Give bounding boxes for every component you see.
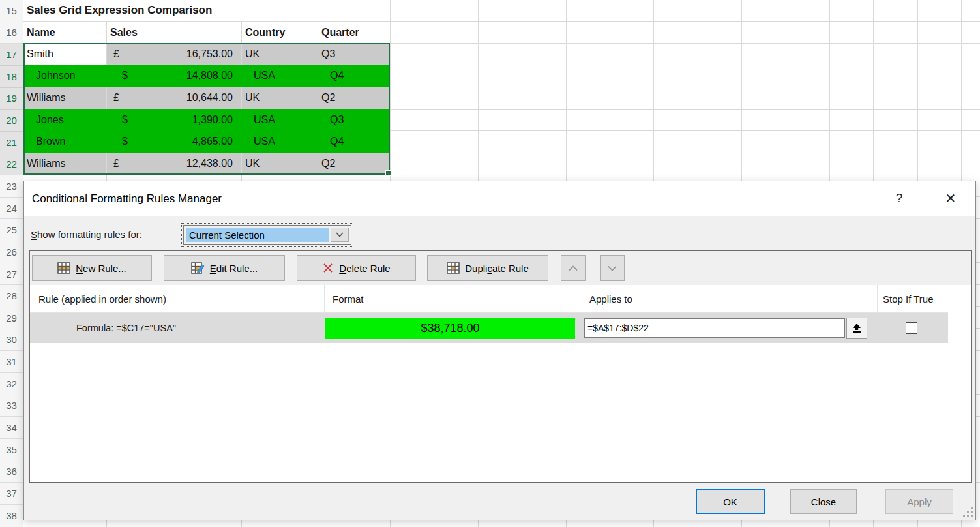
cell-name-19[interactable]: Williams — [23, 87, 106, 109]
cell-quarter-20[interactable]: Q3 — [318, 109, 390, 131]
currency-symbol: £ — [107, 92, 119, 104]
sales-amount: 16,753.00 — [186, 48, 233, 60]
collapse-dialog-range-picker-icon[interactable] — [846, 318, 867, 339]
cell-name-17[interactable]: Smith — [23, 43, 106, 65]
apply-button: Apply — [885, 489, 953, 514]
sales-amount: 10,644.00 — [186, 92, 233, 104]
row-header-22[interactable]: 22 — [0, 153, 23, 175]
cell-sales-22[interactable]: £12,438.00 — [106, 153, 241, 175]
empty-cell-d15[interactable] — [318, 0, 390, 21]
row-header-17[interactable]: 17 — [0, 44, 23, 66]
sheet-title-cell[interactable]: Sales Grid Expression Comparison — [23, 0, 318, 21]
row-header-31[interactable]: 31 — [0, 351, 23, 373]
sheet-row-18: Johnson$14,808.00USAQ4 — [23, 65, 390, 87]
cell-sales-17[interactable]: £16,753.00 — [106, 43, 241, 65]
cell-quarter-22[interactable]: Q2 — [318, 153, 390, 175]
cell-country-20[interactable]: USA — [241, 109, 318, 131]
show-rules-dropdown[interactable]: Current Selection — [183, 225, 351, 245]
cell-name-21[interactable]: Brown — [23, 131, 106, 153]
cell-sales-18[interactable]: $14,808.00 — [106, 65, 241, 87]
row-header-18[interactable]: 18 — [0, 66, 23, 88]
dialog-title: Conditional Formatting Rules Manager — [24, 192, 222, 205]
new-rule-label-rest: ew Rule... — [83, 263, 126, 274]
help-icon[interactable]: ? — [888, 188, 910, 209]
currency-symbol: $ — [106, 114, 128, 126]
cell-name-18[interactable]: Johnson — [23, 65, 106, 87]
cell-sales-19[interactable]: £10,644.00 — [106, 87, 241, 109]
edit-rule-label-key: E — [210, 263, 216, 274]
sales-amount: 1,390.00 — [192, 114, 233, 126]
move-rule-down-button — [600, 255, 625, 281]
cell-sales-20[interactable]: $1,390.00 — [106, 109, 241, 131]
row-header-21[interactable]: 21 — [0, 132, 23, 154]
row-header-35[interactable]: 35 — [0, 439, 23, 461]
row-header-33[interactable]: 33 — [0, 395, 23, 417]
chevron-up-icon — [569, 265, 578, 271]
cell-sales-21[interactable]: $4,865.00 — [106, 131, 241, 153]
rule-row[interactable]: Formula: =$C17="USA" $38,718.00 — [30, 313, 948, 343]
edit-rule-button[interactable]: Edit Rule... — [164, 255, 285, 281]
new-rule-button[interactable]: New Rule... — [32, 255, 152, 281]
close-button[interactable]: Close — [790, 489, 857, 514]
row-header-28[interactable]: 28 — [0, 285, 23, 307]
format-column-header: Format — [324, 285, 584, 312]
show-rules-dropdown-value[interactable]: Current Selection — [186, 228, 329, 242]
cell-name-20[interactable]: Jones — [23, 109, 106, 131]
duplicate-rule-button[interactable]: Duplicate Rule — [427, 255, 548, 281]
row-header-23[interactable]: 23 — [0, 175, 23, 198]
move-rule-up-button — [561, 255, 586, 281]
cell-country-18[interactable]: USA — [241, 65, 318, 87]
row-header-38[interactable]: 38 — [0, 505, 23, 527]
cell-name-22[interactable]: Williams — [23, 153, 106, 175]
show-rules-label-key: S — [31, 229, 37, 240]
cell-quarter-19[interactable]: Q2 — [318, 87, 390, 109]
row-header-29[interactable]: 29 — [0, 307, 23, 329]
new-rule-table-icon — [57, 262, 70, 274]
row-header-15[interactable]: 15 — [0, 0, 23, 22]
rules-list-frame: New Rule... Edit Rule... Delete Rule Dup… — [29, 250, 972, 483]
delete-rule-label-rest: elete Rule — [346, 263, 391, 274]
cell-quarter-21[interactable]: Q4 — [318, 131, 390, 153]
sheet-row-20: Jones$1,390.00USAQ3 — [23, 109, 390, 131]
cell-quarter-17[interactable]: Q3 — [318, 43, 390, 65]
applies-to-column-header: Applies to — [584, 285, 877, 312]
cell-country-17[interactable]: UK — [241, 43, 318, 65]
delete-rule-x-icon — [322, 262, 334, 274]
row-header-27[interactable]: 27 — [0, 264, 23, 286]
sales-amount: 14,808.00 — [186, 70, 233, 82]
format-preview-swatch: $38,718.00 — [325, 318, 575, 339]
row-header-25[interactable]: 25 — [0, 219, 23, 241]
row-header-19[interactable]: 19 — [0, 88, 23, 110]
cell-country-22[interactable]: UK — [241, 153, 318, 175]
row-header-34[interactable]: 34 — [0, 417, 23, 439]
ok-button[interactable]: OK — [696, 489, 765, 514]
resize-grip[interactable] — [964, 508, 973, 517]
edit-rule-pencil-icon — [191, 262, 205, 275]
cell-country-19[interactable]: UK — [241, 87, 318, 109]
currency-symbol: £ — [107, 48, 119, 60]
close-icon[interactable]: ✕ — [940, 188, 962, 209]
delete-rule-label-key: D — [339, 263, 346, 274]
row-header-16[interactable]: 16 — [0, 22, 23, 44]
chevron-down-icon[interactable] — [331, 228, 349, 242]
row-header-36[interactable]: 36 — [0, 460, 23, 483]
row-header-26[interactable]: 26 — [0, 241, 23, 264]
currency-symbol: £ — [107, 158, 119, 170]
column-header-quarter[interactable]: Quarter — [318, 22, 390, 43]
row-header-20[interactable]: 20 — [0, 110, 23, 132]
row-header-32[interactable]: 32 — [0, 373, 23, 395]
cell-country-21[interactable]: USA — [241, 131, 318, 153]
row-header-37[interactable]: 37 — [0, 483, 23, 505]
column-header-country[interactable]: Country — [241, 22, 318, 43]
column-header-name[interactable]: Name — [23, 22, 106, 43]
currency-symbol: $ — [106, 70, 128, 82]
conditional-formatting-rules-manager-dialog: Conditional Formatting Rules Manager ? ✕… — [23, 181, 976, 520]
stop-if-true-checkbox[interactable] — [906, 322, 917, 334]
applies-to-input[interactable] — [584, 318, 845, 338]
cell-quarter-18[interactable]: Q4 — [318, 65, 390, 87]
column-header-sales[interactable]: Sales — [106, 22, 241, 43]
row-headers: 1516171819202122232425262728293031323334… — [0, 0, 23, 527]
delete-rule-button[interactable]: Delete Rule — [297, 255, 416, 281]
row-header-30[interactable]: 30 — [0, 329, 23, 352]
row-header-24[interactable]: 24 — [0, 198, 23, 220]
